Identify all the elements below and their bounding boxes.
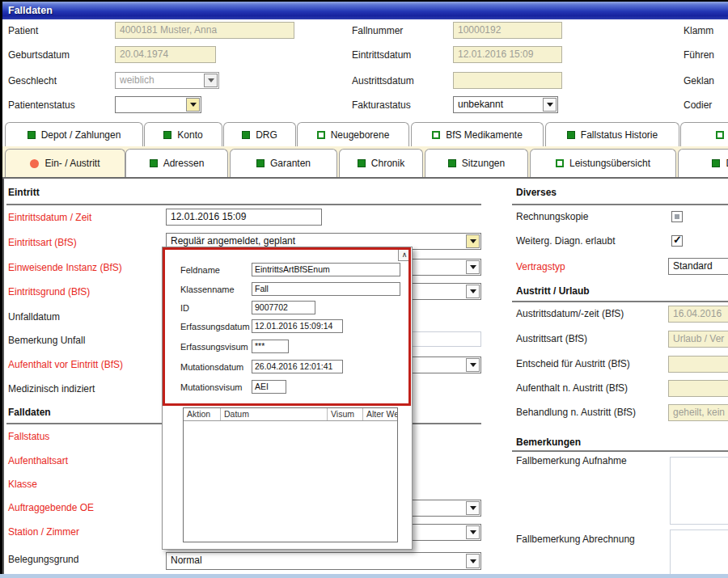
feldname-label: Feldname [180,265,220,275]
aufenthalt-vor-eintritt-label: Aufenthalt vor Eintritt (BfS) [8,359,123,371]
id-field[interactable]: 9007702 [252,301,315,314]
klassenname-field[interactable]: Fall [252,282,400,296]
chevron-down-icon[interactable] [204,74,218,87]
feldname-field[interactable]: EintrittsArtBfSEnum [252,263,400,276]
content-panel-top-border [2,177,728,179]
chevron-down-icon[interactable] [466,285,480,298]
patientenstatus-label: Patientenstatus [8,99,75,112]
entscheid-austritt-label: Entscheid für Austritt (BfS) [516,358,630,370]
content-panel-left-border [2,179,4,574]
tab-leistungsuebersicht[interactable]: Leistungsübersicht [530,149,676,177]
rechnungskopie-label: Rechnungskopie [516,211,588,223]
fallbemerkung-abrechnung-label: Fallbemerkung Abrechnung [516,534,635,546]
tab-label: BfS Medikamente [446,129,523,141]
checkmark-icon: ✓ [673,234,682,246]
filled-square-icon [358,159,366,167]
section-title-falldaten: Falldaten [8,407,51,419]
tab-depot-zahlungen[interactable]: Depot / Zahlungen [5,122,143,146]
tab-konto[interactable]: Konto [144,122,222,146]
filled-square-icon [256,159,265,167]
fallbemerkung-aufnahme-label: Fallbemerkung Aufnahme [516,455,627,467]
eintrittsgrund-label: Eintrittsgrund (BfS) [8,286,90,298]
austrittsdatum-header-field[interactable] [453,72,562,89]
tab-garanten[interactable]: Garanten [230,149,337,177]
geburtsdatum-field[interactable]: 20.04.1974 [115,46,216,63]
aufenthalt-n-austritt-field[interactable] [668,380,728,397]
column-header-alter-wert[interactable]: Alter Wert [363,408,397,420]
medizinisch-indiziert-label: Medizinisch indiziert [8,383,95,395]
klasse-label: Klasse [8,479,37,491]
tab-bfs-medikamente[interactable]: BfS Medikamente [411,122,544,146]
filled-square-icon [163,131,171,139]
chevron-down-icon[interactable] [466,501,480,515]
eintrittsdatum-header-label: Eintrittsdatum [352,49,411,61]
tab-drg[interactable]: DRG [223,122,296,146]
mutationsdatum-field[interactable]: 26.04.2016 12:01:41 [252,360,343,373]
chevron-down-icon[interactable] [466,234,480,248]
fakturastatus-dropdown[interactable]: unbekannt [453,96,558,113]
chevron-down-icon[interactable] [466,554,480,568]
tab-label: DRG [256,129,277,141]
klammer-label: Klamm [684,25,713,37]
chevron-down-icon[interactable] [186,98,200,112]
belegungsgrund-dropdown[interactable]: Normal [166,552,481,570]
unfalldatum-label: Unfalldatum [8,311,60,323]
audit-table[interactable]: Aktion Datum Visum Alter Wert [183,407,398,542]
vertragstyp-dropdown[interactable]: Standard [668,258,728,275]
tab-sitzungen[interactable]: Sitzungen [425,149,528,177]
tab-zusatz[interactable]: Zu [680,122,728,146]
chevron-down-icon[interactable] [466,525,480,539]
fallnummer-field[interactable]: 10000192 [453,22,562,39]
geschlecht-value: weiblich [120,74,154,86]
tab-adressen[interactable]: Adressen [125,149,228,177]
collapse-button[interactable]: ∧ [398,249,411,261]
patient-field[interactable]: 4000181 Muster, Anna [115,22,294,39]
fallnummer-label: Fallnummer [352,25,403,37]
geklammert-label: Geklan [684,75,714,87]
austrittsdatum-zeit-field[interactable]: 16.04.2016 [668,306,728,323]
orange-circle-icon [30,159,39,168]
austrittsart-field[interactable]: Urlaub / Ver [668,331,728,348]
erfassungsvisum-field[interactable]: *** [252,340,289,353]
erfassungsdatum-field[interactable]: 12.01.2016 15:09:14 [252,319,343,333]
tab-ein-austritt[interactable]: Ein- / Austritt [5,149,125,177]
tab-label: Adressen [163,158,205,169]
eintrittsdatum-zeit-field[interactable]: 12.01.2016 15:09 [166,209,322,226]
chevron-down-icon[interactable] [466,260,480,274]
erfassungsvisum-label: Erfassungsvisum [180,342,248,352]
tab-label: Ein- / Austritt [44,158,99,169]
geschlecht-dropdown[interactable]: weiblich [115,72,219,89]
fallbemerkung-abrechnung-textarea[interactable] [670,529,728,576]
column-header-aktion[interactable]: Aktion [184,408,221,420]
filled-square-icon [28,131,36,139]
mutationsvisum-field[interactable]: AEI [252,380,286,394]
tab-diagnosen[interactable]: Dia [678,149,728,177]
window-titlebar[interactable]: Falldaten [2,2,728,19]
column-header-datum[interactable]: Datum [221,408,328,420]
fallbemerkung-aufnahme-textarea[interactable] [670,457,728,525]
patientenstatus-dropdown[interactable] [115,96,201,113]
column-header-visum[interactable]: Visum [328,408,363,420]
rechnungskopie-checkbox[interactable] [671,211,683,222]
klassenname-label: Klassenname [180,285,235,294]
weiterg-diagn-checkbox[interactable]: ✓ [671,235,683,247]
tab-fallstatus-historie[interactable]: Fallstatus Historie [545,122,679,146]
eintrittsdatum-header-field[interactable]: 12.01.2016 15:09 [453,46,562,63]
behandlung-n-austritt-field[interactable]: geheilt, kein [668,404,728,421]
eintrittsdatum-zeit-label: Eintrittsdatum / Zeit [8,212,91,224]
entscheid-austritt-field[interactable] [668,356,728,373]
tab-neugeborene[interactable]: Neugeborene [297,122,409,146]
field-info-popup: ∧ Feldname EintrittsArtBfSEnum Klassenna… [162,247,413,550]
chevron-down-icon[interactable] [543,98,557,112]
erfassungsdatum-label: Erfassungsdatum [180,322,250,331]
hollow-square-icon [432,131,440,139]
filled-square-icon [712,159,720,167]
eintrittsart-label: Eintrittsart (BfS) [8,237,77,249]
falldaten-window: Falldaten Patient 4000181 Muster, Anna G… [0,0,728,578]
tab-label: Leistungsübersicht [569,158,650,169]
chevron-down-icon[interactable] [466,358,480,372]
austrittsart-label: Austrittsart (BfS) [516,333,587,345]
section-divider [6,204,481,205]
tab-label: Konto [177,129,202,141]
tab-chronik[interactable]: Chronik [339,149,423,177]
